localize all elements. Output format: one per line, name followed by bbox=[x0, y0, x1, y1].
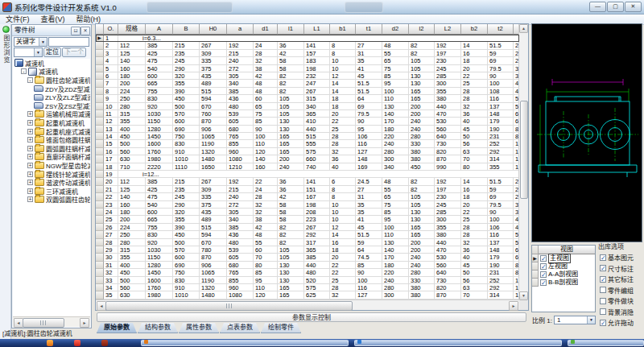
cell[interactable]: 436 bbox=[227, 95, 254, 102]
cell[interactable]: 148 bbox=[356, 155, 382, 163]
cell[interactable]: 240 bbox=[382, 277, 409, 284]
cell[interactable]: 200 bbox=[118, 216, 146, 223]
tree-item[interactable]: +谐波传动减速机 bbox=[13, 178, 90, 187]
chevron-down-icon[interactable]: ▼ bbox=[39, 38, 47, 46]
cell[interactable]: 870 bbox=[200, 118, 227, 125]
cell[interactable]: 40 bbox=[461, 254, 488, 261]
cell[interactable]: 440 bbox=[304, 262, 330, 269]
cell[interactable]: 28 bbox=[330, 284, 356, 291]
keyword-combo[interactable]: 关键字 ▼ bbox=[14, 37, 47, 47]
maximize-button[interactable]: ▢ bbox=[607, 2, 624, 12]
view-row[interactable]: ✓B-B剖视图 bbox=[532, 279, 595, 287]
cell[interactable]: 215 bbox=[173, 178, 200, 185]
cell[interactable]: 90 bbox=[356, 269, 382, 276]
cell[interactable]: 65 bbox=[254, 103, 278, 110]
cell[interactable]: 110 bbox=[382, 95, 409, 102]
cell[interactable]: 290 bbox=[173, 65, 200, 72]
tree-item[interactable]: +运输机械用减速机 bbox=[13, 110, 90, 119]
cell[interactable]: 70 bbox=[254, 254, 278, 261]
column-header[interactable]: l2 bbox=[409, 24, 435, 35]
minimize-button[interactable]: — bbox=[589, 2, 606, 12]
cell[interactable]: 45 bbox=[461, 126, 488, 133]
table-row[interactable]: 822475539051538548822671451.510016535528… bbox=[96, 88, 519, 95]
expand-toggle-icon[interactable]: - bbox=[21, 68, 27, 74]
cell[interactable]: 665 bbox=[146, 80, 173, 87]
expand-toggle-icon[interactable]: + bbox=[27, 129, 33, 134]
expand-toggle-icon[interactable]: + bbox=[27, 171, 33, 177]
cell[interactable]: 28 bbox=[461, 88, 488, 95]
cell[interactable]: 594 bbox=[200, 231, 227, 238]
option-checkbox[interactable] bbox=[600, 298, 606, 304]
tab-结构参数[interactable]: 结构参数 bbox=[138, 323, 178, 333]
tree-item[interactable]: +双圆弧圆柱齿轮减速 bbox=[13, 196, 90, 204]
cell[interactable]: 165 bbox=[409, 88, 435, 95]
cell[interactable]: 515 bbox=[200, 88, 227, 95]
cell[interactable]: 82 bbox=[278, 239, 304, 246]
cell[interactable]: 28 bbox=[461, 224, 488, 231]
cell[interactable]: 32 bbox=[461, 239, 488, 246]
cell[interactable]: 200 bbox=[409, 103, 435, 110]
tree-item[interactable]: ZDY及ZDZ型减速 bbox=[13, 85, 90, 93]
row-selector[interactable] bbox=[96, 95, 104, 102]
cell[interactable]: 1650 bbox=[200, 163, 227, 171]
cell[interactable]: 830 bbox=[173, 277, 200, 284]
cell[interactable]: 385 bbox=[227, 88, 254, 95]
cell[interactable]: 59 bbox=[356, 239, 382, 246]
cell[interactable]: 710 bbox=[118, 163, 146, 171]
cell[interactable]: 105 bbox=[278, 246, 304, 254]
table-row[interactable]: 1656017609101320960120165575321272803808… bbox=[96, 148, 519, 155]
cell[interactable]: 82 bbox=[278, 80, 304, 87]
cell[interactable]: 670 bbox=[200, 239, 227, 246]
cell[interactable]: 165 bbox=[409, 95, 435, 102]
scroll-down-icon[interactable]: ▼ bbox=[519, 291, 528, 300]
cell[interactable]: 50 bbox=[461, 133, 488, 140]
option-checkbox[interactable]: ✓ bbox=[600, 265, 606, 271]
cell[interactable]: 272 bbox=[227, 65, 254, 72]
table-row[interactable]: 3563019801010148010801201656253212730038… bbox=[96, 291, 519, 299]
cell[interactable]: 425 bbox=[146, 50, 173, 57]
param-display-bar[interactable]: 参数显示控制 bbox=[97, 312, 526, 322]
cell[interactable]: 300 bbox=[382, 155, 409, 163]
cell[interactable]: 130 bbox=[278, 118, 304, 125]
cell[interactable]: 127 bbox=[356, 291, 382, 299]
cell[interactable]: 435 bbox=[200, 72, 227, 80]
cell[interactable]: 320 bbox=[173, 72, 200, 80]
cell[interactable]: 515 bbox=[304, 133, 330, 140]
cell[interactable]: 12 bbox=[330, 224, 356, 231]
cell[interactable]: 112 bbox=[118, 42, 146, 49]
cell[interactable]: 450 bbox=[173, 95, 200, 102]
cell[interactable]: 90 bbox=[254, 126, 278, 133]
cell[interactable]: 1280 bbox=[146, 262, 173, 269]
cell[interactable]: 28 bbox=[461, 231, 488, 238]
cell[interactable]: 870 bbox=[435, 155, 461, 163]
cell[interactable]: 600 bbox=[173, 118, 200, 125]
cell[interactable]: 247 bbox=[304, 80, 330, 87]
cell[interactable]: 355 bbox=[173, 80, 200, 87]
row-selector[interactable] bbox=[96, 269, 104, 276]
cell[interactable]: 365 bbox=[304, 246, 330, 254]
cell[interactable]: 28 bbox=[461, 95, 488, 102]
cell[interactable]: 42 bbox=[254, 224, 278, 231]
cell[interactable]: 22 bbox=[330, 118, 356, 125]
cell[interactable]: 340 bbox=[227, 216, 254, 223]
cell[interactable]: 197 bbox=[435, 186, 461, 193]
cell[interactable]: 198 bbox=[304, 201, 330, 209]
cell[interactable]: 12 bbox=[330, 72, 356, 80]
row-selector[interactable] bbox=[96, 103, 104, 110]
table-row[interactable]: 1871022201110165012101602407404016934045… bbox=[96, 163, 519, 171]
cell[interactable]: 320 bbox=[173, 209, 200, 216]
cell[interactable]: 140 bbox=[118, 193, 146, 200]
table-row[interactable]: 4140475245335240325818310356510523018692… bbox=[96, 57, 519, 64]
cell[interactable]: 40 bbox=[330, 163, 356, 171]
cell[interactable]: 116 bbox=[488, 231, 514, 238]
cell[interactable]: 45 bbox=[356, 224, 382, 231]
cell[interactable]: 305 bbox=[227, 72, 254, 80]
cell[interactable]: 27 bbox=[356, 42, 382, 49]
cell[interactable]: 82 bbox=[409, 178, 435, 185]
expand-toggle-icon[interactable]: + bbox=[27, 111, 33, 117]
cell[interactable]: 575 bbox=[304, 148, 330, 155]
cell[interactable]: 594 bbox=[200, 95, 227, 102]
view-checkbox[interactable]: ✓ bbox=[540, 279, 547, 286]
cell[interactable]: 530 bbox=[435, 254, 461, 261]
cell[interactable]: 18 bbox=[461, 57, 488, 64]
